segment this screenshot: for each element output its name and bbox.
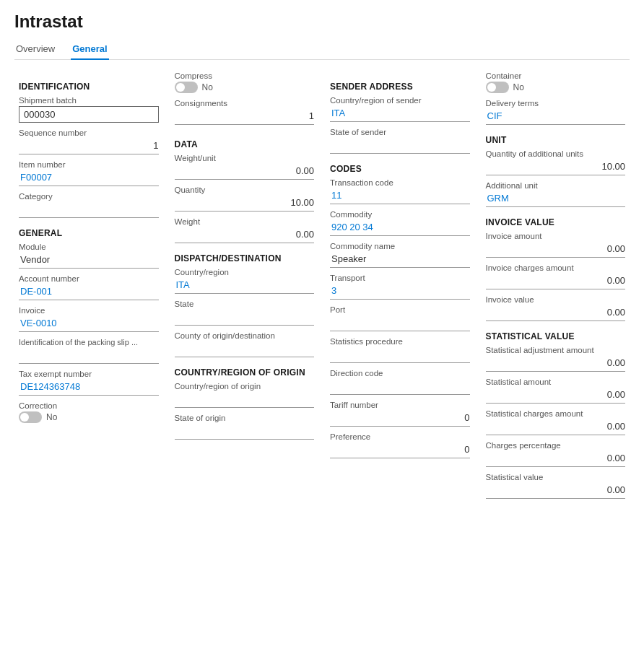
container-toggle[interactable] <box>486 82 509 93</box>
field-dispatch-country: Country/region ITA <box>175 268 315 294</box>
compress-toggle-label: No <box>202 82 213 92</box>
section-codes: CODES <box>330 164 470 174</box>
invoice-charges-value[interactable]: 0.00 <box>486 274 626 289</box>
country-region-sender-value[interactable]: ITA <box>330 106 470 122</box>
invoice-value-value[interactable]: 0.00 <box>486 305 626 321</box>
field-account-number: Account number DE-001 <box>19 274 159 300</box>
field-weight: Weight 0.00 <box>175 217 315 243</box>
field-stat-adjustment: Statistical adjustment amount 0.00 <box>486 346 626 372</box>
commodity-name-value[interactable]: Speaker <box>330 252 470 268</box>
field-stat-amount: Statistical amount 0.00 <box>486 378 626 404</box>
tax-exempt-value[interactable]: DE124363748 <box>19 380 159 396</box>
col-sender: SENDER ADDRESS Country/region of sender … <box>326 71 474 505</box>
field-module: Module Vendor <box>19 243 159 269</box>
charges-pct-value[interactable]: 0.00 <box>486 451 626 467</box>
field-commodity: Commodity 920 20 34 <box>330 210 470 236</box>
county-origin-value[interactable] <box>175 341 315 357</box>
field-invoice-value: Invoice value 0.00 <box>486 295 626 321</box>
form-grid: IDENTIFICATION Shipment batch 000030 Seq… <box>14 71 630 505</box>
preference-value[interactable]: 0 <box>330 442 470 458</box>
field-compress: Compress No <box>175 71 315 93</box>
field-tax-exempt: Tax exempt number DE124363748 <box>19 370 159 396</box>
field-commodity-name: Commodity name Speaker <box>330 242 470 268</box>
module-value: Vendor <box>19 253 159 269</box>
compress-toggle[interactable] <box>175 82 198 93</box>
tariff-number-value[interactable]: 0 <box>330 411 470 427</box>
country-region-origin-value[interactable] <box>175 392 315 408</box>
field-country-region-sender: Country/region of sender ITA <box>330 96 470 122</box>
field-sequence-number: Sequence number 1 <box>19 128 159 154</box>
field-direction-code: Direction code <box>330 369 470 395</box>
field-state-sender: State of sender <box>330 128 470 154</box>
tab-overview[interactable]: Overview <box>14 39 56 60</box>
tab-bar: Overview General <box>14 39 630 60</box>
field-country-region-origin: Country/region of origin <box>175 382 315 408</box>
field-transport: Transport 3 <box>330 274 470 300</box>
field-item-number: Item number F00007 <box>19 160 159 186</box>
section-data: DATA <box>175 139 315 149</box>
weight-unit-value[interactable]: 0.00 <box>175 164 315 180</box>
delivery-terms-value[interactable]: CIF <box>486 109 626 125</box>
shipment-batch-input[interactable]: 000030 <box>19 106 159 123</box>
correction-toggle[interactable] <box>19 411 42 423</box>
transport-value[interactable]: 3 <box>330 284 470 300</box>
packing-slip-value[interactable] <box>19 348 159 364</box>
section-unit: UNIT <box>486 135 626 145</box>
col-unit: Container No Delivery terms CIF UNIT Qua… <box>482 71 630 505</box>
consignments-value: 1 <box>175 109 315 125</box>
dispatch-country-value[interactable]: ITA <box>175 278 315 294</box>
page-title: Intrastat <box>14 12 630 32</box>
transaction-code-value[interactable]: 11 <box>330 188 470 204</box>
state-of-origin-value[interactable] <box>175 424 315 440</box>
field-invoice-charges: Invoice charges amount 0.00 <box>486 263 626 289</box>
field-statistics-procedure: Statistics procedure <box>330 337 470 363</box>
field-state-of-origin: State of origin <box>175 414 315 440</box>
additional-unit-value[interactable]: GRM <box>486 191 626 207</box>
col-data: Compress No Consignments 1 DATA Weight/u… <box>170 71 319 505</box>
section-sender: SENDER ADDRESS <box>330 82 470 92</box>
field-dispatch-state: State <box>175 300 315 326</box>
tab-general[interactable]: General <box>71 39 108 60</box>
account-number-value[interactable]: DE-001 <box>19 284 159 300</box>
stat-value-value[interactable]: 0.00 <box>486 483 626 499</box>
section-dispatch: DISPATCH/DESTINATION <box>175 253 315 263</box>
container-toggle-label: No <box>513 82 524 92</box>
section-general: GENERAL <box>19 228 159 238</box>
field-weight-unit: Weight/unit 0.00 <box>175 154 315 180</box>
field-category: Category <box>19 192 159 218</box>
field-delivery-terms: Delivery terms CIF <box>486 99 626 125</box>
field-port: Port <box>330 305 470 331</box>
stat-charges-value[interactable]: 0.00 <box>486 419 626 435</box>
statistics-procedure-value[interactable] <box>330 347 470 363</box>
field-transaction-code: Transaction code 11 <box>330 178 470 204</box>
field-packing-slip: Identification of the packing slip ... <box>19 338 159 364</box>
direction-code-value[interactable] <box>330 379 470 395</box>
invoice-amount-value[interactable]: 0.00 <box>486 242 626 258</box>
invoice-value[interactable]: VE-0010 <box>19 316 159 332</box>
stat-adjustment-value[interactable]: 0.00 <box>486 356 626 372</box>
section-invoice-value: INVOICE VALUE <box>486 217 626 227</box>
stat-amount-value[interactable]: 0.00 <box>486 388 626 404</box>
item-number-value[interactable]: F00007 <box>19 170 159 186</box>
field-shipment-batch: Shipment batch 000030 <box>19 96 159 123</box>
weight-value[interactable]: 0.00 <box>175 227 315 243</box>
field-correction: Correction No <box>19 401 159 423</box>
field-county-origin: County of origin/destination <box>175 331 315 357</box>
state-sender-value[interactable] <box>330 138 470 154</box>
section-identification: IDENTIFICATION <box>19 82 159 92</box>
section-country-origin: COUNTRY/REGION OF ORIGIN <box>175 367 315 378</box>
port-value[interactable] <box>330 315 470 331</box>
quantity-value[interactable]: 10.00 <box>175 196 315 212</box>
quantity-additional-value[interactable]: 10.00 <box>486 160 626 175</box>
correction-toggle-label: No <box>46 412 57 422</box>
commodity-value[interactable]: 920 20 34 <box>330 220 470 236</box>
field-consignments: Consignments 1 <box>175 99 315 125</box>
section-statistical-value: STATISTICAL VALUE <box>486 331 626 341</box>
sequence-number-value: 1 <box>19 139 159 154</box>
field-invoice-amount: Invoice amount 0.00 <box>486 232 626 258</box>
field-container: Container No <box>486 71 626 93</box>
field-quantity-additional: Quantity of additional units 10.00 <box>486 149 626 175</box>
dispatch-state-value[interactable] <box>175 310 315 326</box>
category-value[interactable] <box>19 202 159 218</box>
col-identification: IDENTIFICATION Shipment batch 000030 Seq… <box>14 71 163 505</box>
